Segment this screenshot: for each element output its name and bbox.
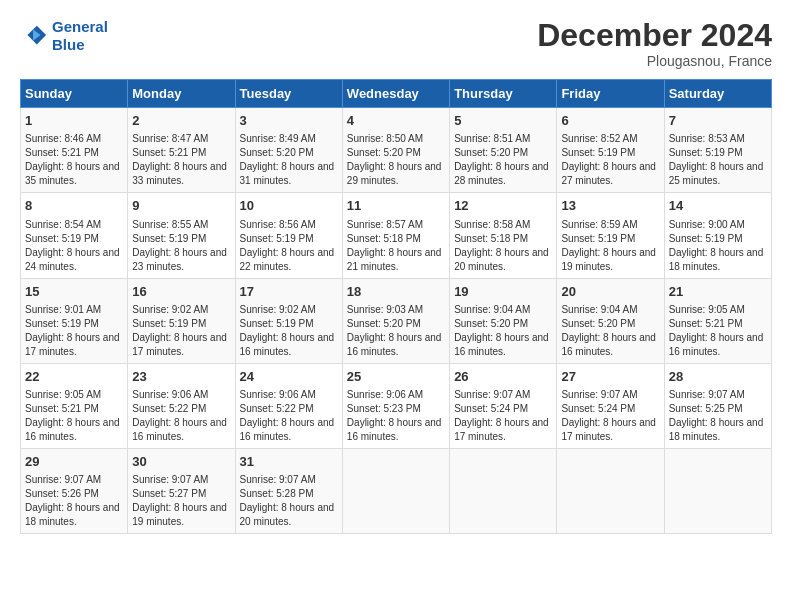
- day-number: 22: [25, 368, 123, 386]
- sunrise-info: Sunrise: 9:06 AM: [132, 388, 230, 402]
- table-cell: 4Sunrise: 8:50 AMSunset: 5:20 PMDaylight…: [342, 108, 449, 193]
- table-cell: 29Sunrise: 9:07 AMSunset: 5:26 PMDayligh…: [21, 448, 128, 533]
- daylight-info: Daylight: 8 hours and 24 minutes.: [25, 246, 123, 274]
- table-cell: [450, 448, 557, 533]
- subtitle: Plougasnou, France: [537, 53, 772, 69]
- sunset-info: Sunset: 5:18 PM: [454, 232, 552, 246]
- daylight-info: Daylight: 8 hours and 19 minutes.: [561, 246, 659, 274]
- col-thursday: Thursday: [450, 80, 557, 108]
- sunrise-info: Sunrise: 9:00 AM: [669, 218, 767, 232]
- daylight-info: Daylight: 8 hours and 29 minutes.: [347, 160, 445, 188]
- daylight-info: Daylight: 8 hours and 31 minutes.: [240, 160, 338, 188]
- table-cell: 25Sunrise: 9:06 AMSunset: 5:23 PMDayligh…: [342, 363, 449, 448]
- sunset-info: Sunset: 5:20 PM: [454, 146, 552, 160]
- day-number: 13: [561, 197, 659, 215]
- table-cell: 17Sunrise: 9:02 AMSunset: 5:19 PMDayligh…: [235, 278, 342, 363]
- daylight-info: Daylight: 8 hours and 20 minutes.: [240, 501, 338, 529]
- daylight-info: Daylight: 8 hours and 25 minutes.: [669, 160, 767, 188]
- col-monday: Monday: [128, 80, 235, 108]
- table-cell: [557, 448, 664, 533]
- sunset-info: Sunset: 5:21 PM: [669, 317, 767, 331]
- sunrise-info: Sunrise: 8:52 AM: [561, 132, 659, 146]
- sunrise-info: Sunrise: 9:03 AM: [347, 303, 445, 317]
- week-row-4: 22Sunrise: 9:05 AMSunset: 5:21 PMDayligh…: [21, 363, 772, 448]
- day-number: 25: [347, 368, 445, 386]
- table-cell: 6Sunrise: 8:52 AMSunset: 5:19 PMDaylight…: [557, 108, 664, 193]
- table-cell: 2Sunrise: 8:47 AMSunset: 5:21 PMDaylight…: [128, 108, 235, 193]
- sunrise-info: Sunrise: 8:46 AM: [25, 132, 123, 146]
- daylight-info: Daylight: 8 hours and 16 minutes.: [25, 416, 123, 444]
- daylight-info: Daylight: 8 hours and 17 minutes.: [454, 416, 552, 444]
- day-number: 30: [132, 453, 230, 471]
- table-cell: 7Sunrise: 8:53 AMSunset: 5:19 PMDaylight…: [664, 108, 771, 193]
- sunrise-info: Sunrise: 9:07 AM: [25, 473, 123, 487]
- sunrise-info: Sunrise: 8:58 AM: [454, 218, 552, 232]
- daylight-info: Daylight: 8 hours and 16 minutes.: [347, 416, 445, 444]
- calendar-table: Sunday Monday Tuesday Wednesday Thursday…: [20, 79, 772, 534]
- day-number: 27: [561, 368, 659, 386]
- table-cell: 5Sunrise: 8:51 AMSunset: 5:20 PMDaylight…: [450, 108, 557, 193]
- sunset-info: Sunset: 5:26 PM: [25, 487, 123, 501]
- sunset-info: Sunset: 5:22 PM: [240, 402, 338, 416]
- sunset-info: Sunset: 5:19 PM: [669, 146, 767, 160]
- table-cell: 24Sunrise: 9:06 AMSunset: 5:22 PMDayligh…: [235, 363, 342, 448]
- sunset-info: Sunset: 5:19 PM: [25, 317, 123, 331]
- sunset-info: Sunset: 5:24 PM: [454, 402, 552, 416]
- daylight-info: Daylight: 8 hours and 18 minutes.: [669, 416, 767, 444]
- week-row-3: 15Sunrise: 9:01 AMSunset: 5:19 PMDayligh…: [21, 278, 772, 363]
- sunrise-info: Sunrise: 9:07 AM: [132, 473, 230, 487]
- daylight-info: Daylight: 8 hours and 16 minutes.: [347, 331, 445, 359]
- sunrise-info: Sunrise: 8:49 AM: [240, 132, 338, 146]
- day-number: 10: [240, 197, 338, 215]
- day-number: 8: [25, 197, 123, 215]
- daylight-info: Daylight: 8 hours and 23 minutes.: [132, 246, 230, 274]
- table-cell: 8Sunrise: 8:54 AMSunset: 5:19 PMDaylight…: [21, 193, 128, 278]
- daylight-info: Daylight: 8 hours and 16 minutes.: [561, 331, 659, 359]
- sunset-info: Sunset: 5:20 PM: [347, 317, 445, 331]
- sunset-info: Sunset: 5:19 PM: [669, 232, 767, 246]
- daylight-info: Daylight: 8 hours and 16 minutes.: [240, 416, 338, 444]
- day-number: 7: [669, 112, 767, 130]
- table-cell: 14Sunrise: 9:00 AMSunset: 5:19 PMDayligh…: [664, 193, 771, 278]
- sunrise-info: Sunrise: 8:59 AM: [561, 218, 659, 232]
- day-number: 18: [347, 283, 445, 301]
- sunset-info: Sunset: 5:22 PM: [132, 402, 230, 416]
- col-friday: Friday: [557, 80, 664, 108]
- col-tuesday: Tuesday: [235, 80, 342, 108]
- sunset-info: Sunset: 5:24 PM: [561, 402, 659, 416]
- sunrise-info: Sunrise: 9:04 AM: [454, 303, 552, 317]
- day-number: 28: [669, 368, 767, 386]
- sunrise-info: Sunrise: 9:06 AM: [347, 388, 445, 402]
- day-number: 17: [240, 283, 338, 301]
- table-cell: 20Sunrise: 9:04 AMSunset: 5:20 PMDayligh…: [557, 278, 664, 363]
- day-number: 6: [561, 112, 659, 130]
- day-number: 12: [454, 197, 552, 215]
- sunset-info: Sunset: 5:19 PM: [561, 146, 659, 160]
- sunset-info: Sunset: 5:20 PM: [347, 146, 445, 160]
- table-cell: 1Sunrise: 8:46 AMSunset: 5:21 PMDaylight…: [21, 108, 128, 193]
- logo-text: General Blue: [52, 18, 108, 54]
- table-cell: [664, 448, 771, 533]
- table-cell: [342, 448, 449, 533]
- daylight-info: Daylight: 8 hours and 27 minutes.: [561, 160, 659, 188]
- main-title: December 2024: [537, 18, 772, 53]
- sunset-info: Sunset: 5:25 PM: [669, 402, 767, 416]
- daylight-info: Daylight: 8 hours and 18 minutes.: [25, 501, 123, 529]
- day-number: 23: [132, 368, 230, 386]
- sunrise-info: Sunrise: 8:47 AM: [132, 132, 230, 146]
- daylight-info: Daylight: 8 hours and 33 minutes.: [132, 160, 230, 188]
- daylight-info: Daylight: 8 hours and 16 minutes.: [240, 331, 338, 359]
- sunrise-info: Sunrise: 8:51 AM: [454, 132, 552, 146]
- day-number: 15: [25, 283, 123, 301]
- daylight-info: Daylight: 8 hours and 17 minutes.: [132, 331, 230, 359]
- day-number: 31: [240, 453, 338, 471]
- sunset-info: Sunset: 5:20 PM: [240, 146, 338, 160]
- sunrise-info: Sunrise: 9:07 AM: [561, 388, 659, 402]
- table-cell: 21Sunrise: 9:05 AMSunset: 5:21 PMDayligh…: [664, 278, 771, 363]
- day-number: 5: [454, 112, 552, 130]
- table-cell: 26Sunrise: 9:07 AMSunset: 5:24 PMDayligh…: [450, 363, 557, 448]
- daylight-info: Daylight: 8 hours and 35 minutes.: [25, 160, 123, 188]
- sunrise-info: Sunrise: 8:53 AM: [669, 132, 767, 146]
- daylight-info: Daylight: 8 hours and 21 minutes.: [347, 246, 445, 274]
- title-block: December 2024 Plougasnou, France: [537, 18, 772, 69]
